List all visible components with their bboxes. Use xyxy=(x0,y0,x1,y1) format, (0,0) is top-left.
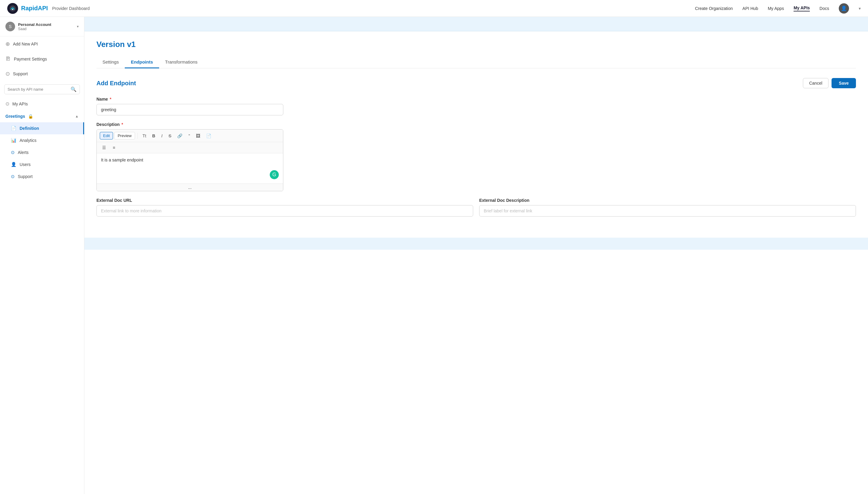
add-new-api-button[interactable]: ⊕ Add New API xyxy=(0,36,84,52)
search-input[interactable] xyxy=(7,87,68,92)
nav-create-org[interactable]: Create Organization xyxy=(695,6,733,11)
editor-toolbar-row2: ☰ ≡ xyxy=(97,142,283,153)
nav-my-apis[interactable]: My APIs xyxy=(794,5,810,12)
brand-area: RapidAPI Provider Dashboard xyxy=(7,3,90,14)
add-endpoint-title: Add Endpoint xyxy=(96,80,136,87)
edit-tab-button[interactable]: Edit xyxy=(100,132,113,139)
nav-api-hub[interactable]: API Hub xyxy=(742,6,758,11)
sidebar: S Personal Account Saad ▾ ⊕ Add New API … xyxy=(0,17,85,494)
svg-point-1 xyxy=(12,9,13,10)
action-buttons: Cancel Save xyxy=(803,78,856,88)
my-apis-icon: ⊙ xyxy=(5,101,10,107)
sidebar-item-my-apis[interactable]: ⊙ My APIs xyxy=(0,97,84,110)
definition-icon: 📄 xyxy=(11,126,17,131)
name-label: Name * xyxy=(96,97,856,101)
definition-label: Definition xyxy=(20,126,39,131)
external-doc-desc-input[interactable] xyxy=(479,205,856,216)
nav-links-area: Create Organization API Hub My Apps My A… xyxy=(695,3,861,14)
user-menu-chevron[interactable]: ▾ xyxy=(858,6,861,11)
api-sub-items: 📄 Definition 📊 Analytics ⊙ Alerts 👤 User… xyxy=(0,122,84,183)
external-doc-url-group: External Doc URL xyxy=(96,198,473,216)
name-required-star: * xyxy=(109,97,111,101)
logo-icon xyxy=(7,3,18,14)
support-icon: ⊙ xyxy=(5,71,10,77)
api-group-name: Greetings 🔒 xyxy=(5,114,33,119)
sidebar-item-users[interactable]: 👤 Users xyxy=(0,158,84,170)
support-top-button[interactable]: ⊙ Support xyxy=(0,66,84,81)
toolbar-strikethrough-icon[interactable]: S xyxy=(166,132,173,139)
search-icon: 🔍 xyxy=(71,87,77,92)
api-group-greetings: Greetings 🔒 ▲ 📄 Definition 📊 Analytics ⊙… xyxy=(0,110,84,183)
toolbar-unordered-list-icon[interactable]: ☰ xyxy=(100,144,109,151)
toolbar-code-icon[interactable]: 📄 xyxy=(204,132,214,139)
sidebar-item-support[interactable]: ⊙ Support xyxy=(0,170,84,183)
sidebar-item-alerts[interactable]: ⊙ Alerts xyxy=(0,146,84,158)
brand-name: RapidAPI xyxy=(21,5,48,12)
cancel-button[interactable]: Cancel xyxy=(803,78,829,88)
svg-point-0 xyxy=(10,5,16,12)
account-info: S Personal Account Saad xyxy=(5,22,51,31)
nav-docs[interactable]: Docs xyxy=(819,6,829,11)
description-editor: Edit Preview Tt B I S 🔗 " 🖼 📄 ☰ xyxy=(96,129,283,191)
provider-label: Provider Dashboard xyxy=(52,6,90,11)
users-label: Users xyxy=(20,162,31,167)
payment-icon: 🖹 xyxy=(5,56,11,62)
tab-endpoints[interactable]: Endpoints xyxy=(125,56,159,69)
toolbar-ordered-list-icon[interactable]: ≡ xyxy=(110,144,117,151)
api-group-chevron-icon: ▲ xyxy=(75,114,79,118)
toolbar-italic-icon[interactable]: I xyxy=(159,132,165,139)
my-apis-label: My APIs xyxy=(12,101,28,106)
layout: S Personal Account Saad ▾ ⊕ Add New API … xyxy=(0,17,868,494)
tab-transformations[interactable]: Transformations xyxy=(159,56,204,69)
resize-dots: ... xyxy=(188,185,192,190)
add-icon: ⊕ xyxy=(5,41,10,47)
support-side-label: Support xyxy=(18,174,33,179)
external-doc-desc-group: External Doc Description xyxy=(479,198,856,216)
bottom-section xyxy=(85,238,868,250)
toolbar-separator-1 xyxy=(137,133,138,139)
add-new-api-label: Add New API xyxy=(13,42,38,46)
name-input[interactable] xyxy=(96,104,283,115)
account-section[interactable]: S Personal Account Saad ▾ xyxy=(0,17,84,36)
external-doc-row: External Doc URL External Doc Descriptio… xyxy=(96,198,856,223)
external-doc-url-input[interactable] xyxy=(96,205,473,216)
name-field-group: Name * xyxy=(96,97,856,115)
alerts-icon: ⊙ xyxy=(11,150,15,155)
search-box[interactable]: 🔍 xyxy=(4,84,80,94)
top-nav: RapidAPI Provider Dashboard Create Organ… xyxy=(0,0,868,17)
support-top-label: Support xyxy=(13,71,28,76)
desc-required-star: * xyxy=(120,122,123,127)
api-group-header[interactable]: Greetings 🔒 ▲ xyxy=(0,110,84,122)
analytics-label: Analytics xyxy=(20,138,36,143)
editor-resize-handle[interactable]: ... xyxy=(97,184,283,191)
lock-icon: 🔒 xyxy=(28,114,33,119)
alerts-label: Alerts xyxy=(18,150,29,155)
sidebar-item-definition[interactable]: 📄 Definition xyxy=(0,122,84,134)
description-label: Description * xyxy=(96,122,856,127)
account-text: Personal Account Saad xyxy=(18,22,51,31)
version-title: Version v1 xyxy=(96,40,856,49)
toolbar-text-icon[interactable]: Tt xyxy=(140,132,149,139)
preview-tab-button[interactable]: Preview xyxy=(114,132,135,139)
editor-body[interactable]: It is a sample endpoint G xyxy=(97,153,283,184)
external-doc-url-label: External Doc URL xyxy=(96,198,473,203)
account-name: Personal Account xyxy=(18,22,51,27)
payment-settings-button[interactable]: 🖹 Payment Settings xyxy=(0,52,84,66)
tabs: Settings Endpoints Transformations xyxy=(96,56,856,69)
toolbar-bold-icon[interactable]: B xyxy=(150,132,158,139)
grammarly-button[interactable]: G xyxy=(270,170,279,179)
support-side-icon: ⊙ xyxy=(11,174,15,179)
sidebar-item-analytics[interactable]: 📊 Analytics xyxy=(0,134,84,146)
toolbar-link-icon[interactable]: 🔗 xyxy=(175,132,185,139)
tab-settings[interactable]: Settings xyxy=(96,56,125,69)
description-field-group: Description * Edit Preview Tt B I S 🔗 " … xyxy=(96,122,856,191)
editor-toolbar: Edit Preview Tt B I S 🔗 " 🖼 📄 xyxy=(97,130,283,142)
toolbar-quote-icon[interactable]: " xyxy=(186,132,192,139)
nav-my-apps[interactable]: My Apps xyxy=(768,6,784,11)
user-avatar[interactable]: 👤 xyxy=(839,3,849,14)
toolbar-image-icon[interactable]: 🖼 xyxy=(193,132,203,139)
analytics-icon: 📊 xyxy=(11,138,17,143)
section-header: Add Endpoint Cancel Save xyxy=(96,78,856,88)
save-button[interactable]: Save xyxy=(832,78,856,88)
account-chevron-icon: ▾ xyxy=(77,24,79,28)
